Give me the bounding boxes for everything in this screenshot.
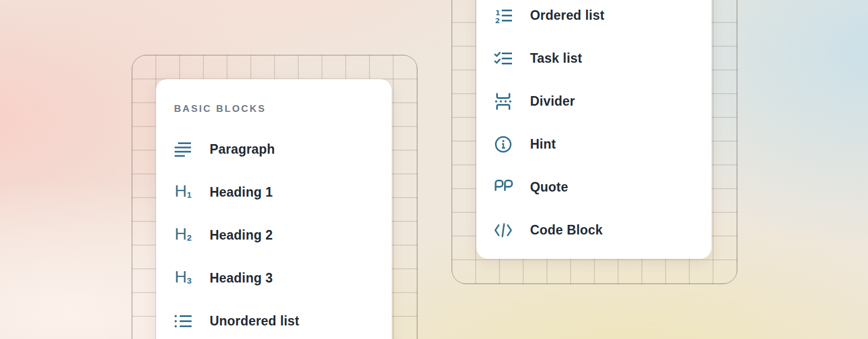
hint-icon <box>494 135 513 154</box>
menu-item-label: Code Block <box>530 223 603 238</box>
menu-item-label: Heading 2 <box>210 228 273 243</box>
menu-item-label: Unordered list <box>210 314 300 329</box>
svg-text:1: 1 <box>496 8 501 17</box>
quote-icon <box>494 178 513 197</box>
basic-blocks-menu-card: BASIC BLOCKS ParagraphH1Heading 1H2Headi… <box>156 79 392 339</box>
menu-item-label: Ordered list <box>530 8 605 23</box>
menu-item-ordered-list[interactable]: 12Ordered list <box>476 0 711 37</box>
canvas: BASIC BLOCKS ParagraphH1Heading 1H2Headi… <box>0 0 868 339</box>
menu-item-unordered-list[interactable]: Unordered list <box>156 299 392 339</box>
heading-2-icon: H2 <box>173 226 192 245</box>
menu-item-label: Paragraph <box>210 142 275 157</box>
heading-3-icon: H3 <box>173 269 192 288</box>
ordered-list-icon: 12 <box>494 6 513 25</box>
menu-item-heading-2[interactable]: H2Heading 2 <box>156 214 392 257</box>
advanced-blocks-menu-card: 12Ordered listTask listDividerHintQuoteC… <box>476 0 711 259</box>
menu-item-label: Heading 1 <box>210 185 273 200</box>
menu-item-code-block[interactable]: Code Block <box>476 208 711 251</box>
advanced-blocks-item-list: 12Ordered listTask listDividerHintQuoteC… <box>476 0 711 251</box>
menu-item-divider[interactable]: Divider <box>476 80 711 123</box>
unordered-list-icon <box>173 312 192 331</box>
svg-text:2: 2 <box>495 16 500 25</box>
menu-item-hint[interactable]: Hint <box>476 123 711 166</box>
basic-blocks-section-label: BASIC BLOCKS <box>174 103 266 115</box>
menu-item-paragraph[interactable]: Paragraph <box>156 128 392 171</box>
menu-item-heading-3[interactable]: H3Heading 3 <box>156 257 392 299</box>
menu-item-label: Quote <box>530 180 568 195</box>
menu-item-quote[interactable]: Quote <box>476 166 711 208</box>
menu-item-label: Task list <box>530 51 582 66</box>
paragraph-icon <box>173 140 192 159</box>
basic-blocks-item-list: ParagraphH1Heading 1H2Heading 2H3Heading… <box>156 128 392 339</box>
task-list-icon <box>494 49 513 68</box>
heading-1-icon: H1 <box>173 183 192 202</box>
menu-item-label: Divider <box>530 94 575 109</box>
divider-icon <box>494 92 513 111</box>
menu-item-task-list[interactable]: Task list <box>476 37 711 80</box>
menu-item-label: Heading 3 <box>210 271 273 286</box>
menu-item-label: Hint <box>530 137 556 152</box>
menu-item-heading-1[interactable]: H1Heading 1 <box>156 171 392 214</box>
code-block-icon <box>494 221 513 240</box>
